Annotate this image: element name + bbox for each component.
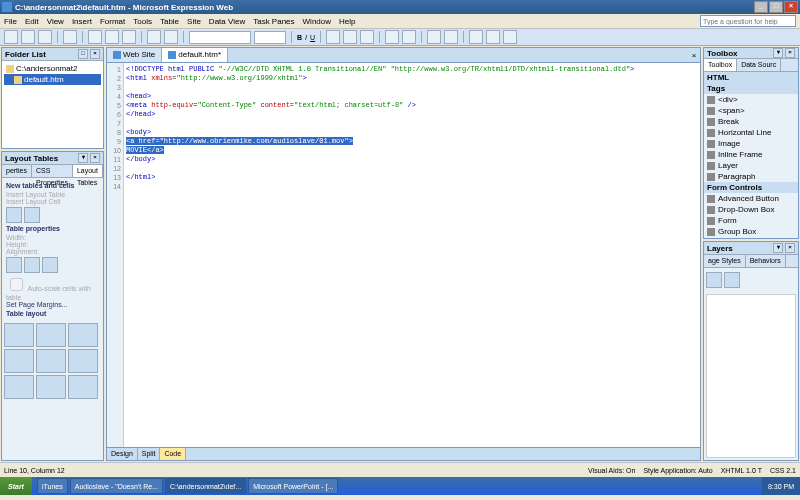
menu-taskpanes[interactable]: Task Panes bbox=[253, 17, 294, 26]
toolbox-item[interactable]: Input (Button) bbox=[704, 237, 798, 239]
toolbox-item[interactable]: Image bbox=[704, 138, 798, 149]
visual-aids[interactable]: Visual Aids: On bbox=[588, 467, 635, 474]
toolbox-item[interactable]: Layer bbox=[704, 160, 798, 171]
folder-new-icon[interactable]: □ bbox=[78, 49, 88, 59]
layout-preset[interactable] bbox=[68, 323, 98, 347]
menu-file[interactable]: File bbox=[4, 17, 17, 26]
tab-behaviors[interactable]: Behaviors bbox=[746, 255, 786, 267]
taskbar-expressionweb[interactable]: C:\andersonmat2\def... bbox=[165, 478, 246, 494]
redo-button[interactable] bbox=[164, 30, 178, 44]
view-design[interactable]: Design bbox=[107, 448, 138, 460]
toolbox-item[interactable]: Paragraph bbox=[704, 171, 798, 182]
layout-preset[interactable] bbox=[36, 323, 66, 347]
undo-button[interactable] bbox=[147, 30, 161, 44]
layer-btn2[interactable] bbox=[724, 272, 740, 288]
align-center-button[interactable] bbox=[343, 30, 357, 44]
align-c[interactable] bbox=[24, 257, 40, 273]
menu-view[interactable]: View bbox=[47, 17, 64, 26]
style-application[interactable]: Style Application: Auto bbox=[643, 467, 712, 474]
layout-preset[interactable] bbox=[4, 375, 34, 399]
layer-btn1[interactable] bbox=[706, 272, 722, 288]
layout-preset[interactable] bbox=[68, 375, 98, 399]
numbering-button[interactable] bbox=[402, 30, 416, 44]
layout-preset[interactable] bbox=[4, 323, 34, 347]
fontcolor-button[interactable] bbox=[503, 30, 517, 44]
lt-btn1[interactable] bbox=[6, 207, 22, 223]
toolbox-item[interactable]: Horizontal Line bbox=[704, 127, 798, 138]
doctype-status[interactable]: XHTML 1.0 T bbox=[721, 467, 762, 474]
preview-button[interactable] bbox=[63, 30, 77, 44]
toolbox-item[interactable]: Form bbox=[704, 215, 798, 226]
lt-close-icon[interactable]: × bbox=[90, 153, 100, 163]
menu-insert[interactable]: Insert bbox=[72, 17, 92, 26]
bullets-button[interactable] bbox=[385, 30, 399, 44]
borders-button[interactable] bbox=[469, 30, 483, 44]
outdent-button[interactable] bbox=[427, 30, 441, 44]
menu-table[interactable]: Table bbox=[160, 17, 179, 26]
tab-website[interactable]: Web Site bbox=[107, 48, 162, 62]
code-editor[interactable]: 1234567891011121314 <!DOCTYPE html PUBLI… bbox=[106, 62, 701, 448]
toolbox-item[interactable]: Break bbox=[704, 116, 798, 127]
new-button[interactable] bbox=[4, 30, 18, 44]
system-tray[interactable]: 8:30 PM bbox=[762, 477, 800, 495]
toolbox-item[interactable]: <div> bbox=[704, 94, 798, 105]
set-margins-link[interactable]: Set Page Margins... bbox=[6, 301, 99, 308]
align-r[interactable] bbox=[42, 257, 58, 273]
css-status[interactable]: CSS 2.1 bbox=[770, 467, 796, 474]
save-button[interactable] bbox=[38, 30, 52, 44]
toolbox-sec-tags[interactable]: Tags bbox=[704, 83, 798, 94]
toolbox-sec-html[interactable]: HTML bbox=[704, 72, 798, 83]
layout-preset[interactable] bbox=[4, 349, 34, 373]
lt-btn2[interactable] bbox=[24, 207, 40, 223]
folder-file[interactable]: default.htm bbox=[4, 74, 101, 85]
view-split[interactable]: Split bbox=[138, 448, 161, 460]
toolbox-item[interactable]: Advanced Button bbox=[704, 193, 798, 204]
font-select[interactable] bbox=[189, 31, 251, 44]
tb-drop-icon[interactable]: ▾ bbox=[773, 48, 783, 58]
tab-properties[interactable]: perties bbox=[2, 165, 32, 177]
tab-toolbox[interactable]: Toolbox bbox=[704, 59, 737, 71]
folder-close-icon[interactable]: × bbox=[90, 49, 100, 59]
taskbar-audioslave[interactable]: Audioslave - "Doesn't Re... bbox=[70, 478, 163, 494]
ly-drop-icon[interactable]: ▾ bbox=[773, 243, 783, 253]
ly-close-icon[interactable]: × bbox=[785, 243, 795, 253]
bold-button[interactable]: B bbox=[297, 34, 302, 41]
taskbar-itunes[interactable]: iTunes bbox=[37, 478, 68, 494]
menu-edit[interactable]: Edit bbox=[25, 17, 39, 26]
layout-preset[interactable] bbox=[36, 349, 66, 373]
menu-help[interactable]: Help bbox=[339, 17, 355, 26]
open-button[interactable] bbox=[21, 30, 35, 44]
toolbox-sec-form[interactable]: Form Controls bbox=[704, 182, 798, 193]
layout-preset[interactable] bbox=[68, 349, 98, 373]
paste-button[interactable] bbox=[122, 30, 136, 44]
menu-dataview[interactable]: Data View bbox=[209, 17, 245, 26]
help-search-input[interactable] bbox=[700, 15, 796, 27]
layers-body[interactable] bbox=[706, 294, 796, 458]
toolbox-item[interactable]: Group Box bbox=[704, 226, 798, 237]
cut-button[interactable] bbox=[88, 30, 102, 44]
tab-styles[interactable]: age Styles bbox=[704, 255, 746, 267]
toolbox-item[interactable]: Drop-Down Box bbox=[704, 204, 798, 215]
lt-dropdown-icon[interactable]: ▾ bbox=[78, 153, 88, 163]
minimize-button[interactable]: _ bbox=[754, 1, 768, 13]
folder-root[interactable]: C:\andersonmat2 bbox=[4, 63, 101, 74]
align-l[interactable] bbox=[6, 257, 22, 273]
layout-preset[interactable] bbox=[36, 375, 66, 399]
tb-close-icon[interactable]: × bbox=[785, 48, 795, 58]
menu-format[interactable]: Format bbox=[100, 17, 125, 26]
align-right-button[interactable] bbox=[360, 30, 374, 44]
menu-site[interactable]: Site bbox=[187, 17, 201, 26]
taskbar-powerpoint[interactable]: Microsoft PowerPoint - [... bbox=[248, 478, 338, 494]
toolbox-item[interactable]: <span> bbox=[704, 105, 798, 116]
underline-button[interactable]: U bbox=[310, 34, 315, 41]
indent-button[interactable] bbox=[444, 30, 458, 44]
menu-tools[interactable]: Tools bbox=[133, 17, 152, 26]
menu-window[interactable]: Window bbox=[303, 17, 331, 26]
align-left-button[interactable] bbox=[326, 30, 340, 44]
tab-default-htm[interactable]: default.htm* bbox=[162, 48, 228, 62]
copy-button[interactable] bbox=[105, 30, 119, 44]
close-button[interactable]: × bbox=[784, 1, 798, 13]
start-button[interactable]: Start bbox=[0, 477, 32, 495]
tab-css-properties[interactable]: CSS Properties bbox=[32, 165, 73, 177]
italic-button[interactable]: I bbox=[305, 34, 307, 41]
